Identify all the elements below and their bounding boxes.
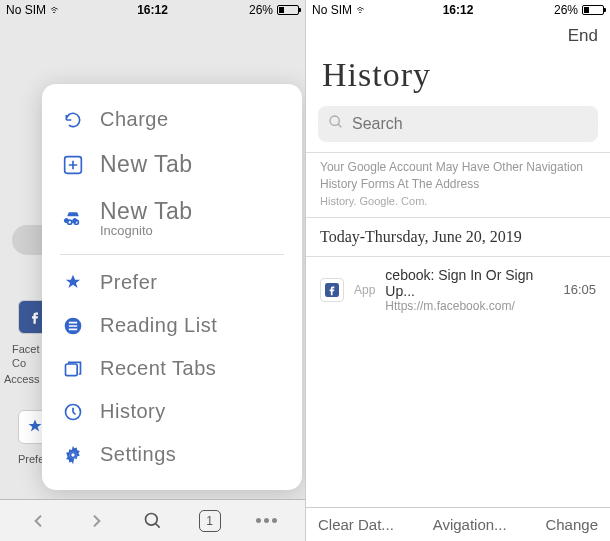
back-button[interactable]: [24, 506, 54, 536]
more-button[interactable]: [252, 506, 282, 536]
wifi-icon: ᯤ: [356, 3, 368, 17]
search-button[interactable]: [138, 506, 168, 536]
menu-item-incognito-tab[interactable]: New Tab Incognito: [42, 188, 302, 248]
history-row[interactable]: App cebook: Sign In Or Sign Up... Https:…: [306, 257, 610, 323]
forward-button[interactable]: [81, 506, 111, 536]
dots-icon: [256, 518, 277, 523]
star-icon: [62, 272, 84, 294]
search-input[interactable]: [352, 115, 588, 133]
svg-rect-4: [66, 364, 78, 376]
wifi-icon: ᯤ: [50, 3, 62, 17]
status-time: 16:12: [443, 3, 474, 17]
menu-item-reading-list[interactable]: Reading List: [42, 304, 302, 347]
menu-label: Prefer: [100, 271, 157, 294]
status-time: 16:12: [137, 3, 168, 17]
history-row-app: App: [354, 283, 375, 297]
menu-item-bookmarks[interactable]: Prefer: [42, 261, 302, 304]
clear-data-button[interactable]: Clear Dat...: [318, 516, 394, 533]
done-button[interactable]: End: [306, 20, 610, 52]
menu-label: History: [100, 400, 166, 423]
change-button[interactable]: Change: [545, 516, 598, 533]
tab-count: 1: [199, 510, 221, 532]
menu-item-recent-tabs[interactable]: Recent Tabs: [42, 347, 302, 390]
menu-item-settings[interactable]: Settings: [42, 433, 302, 476]
menu-item-reload[interactable]: Charge: [42, 98, 302, 141]
menu-item-history[interactable]: History: [42, 390, 302, 433]
menu-separator: [60, 254, 284, 255]
svg-point-7: [145, 513, 157, 525]
battery-icon: [582, 5, 604, 15]
page-title: History: [306, 52, 610, 106]
plus-icon: [62, 154, 84, 176]
battery-icon: [277, 5, 299, 15]
sync-info-link[interactable]: History. Google. Com.: [306, 195, 610, 217]
tile-label-2: Access: [4, 373, 39, 385]
history-row-time: 16:05: [563, 282, 596, 297]
left-screenshot: No SIMᯤ 16:12 26% Facet Co Access Prefe …: [0, 0, 305, 541]
battery-pct: 26%: [554, 3, 578, 17]
tile-label-1a: Facet: [12, 343, 40, 355]
search-field[interactable]: [318, 106, 598, 142]
menu-item-new-tab[interactable]: New Tab: [42, 141, 302, 188]
menu-label: Charge: [100, 108, 169, 131]
right-screenshot: No SIMᯤ 16:12 26% End History Your Googl…: [305, 0, 610, 541]
menu-label: New Tab: [100, 198, 193, 225]
menu-label: Reading List: [100, 314, 217, 337]
sync-info-text: Your Google Account May Have Other Navig…: [306, 153, 610, 195]
navigation-label: Avigation...: [433, 516, 507, 533]
overflow-menu: Charge New Tab New Tab Incognito Prefer …: [42, 84, 302, 490]
menu-sublabel: Incognito: [100, 223, 193, 238]
svg-point-1: [68, 220, 72, 224]
history-date-header: Today-Thursday, June 20, 2019: [306, 218, 610, 256]
tabs-icon: [62, 358, 84, 380]
tile-label-1b: Co: [12, 357, 26, 369]
reload-icon: [62, 109, 84, 131]
svg-point-6: [71, 452, 76, 457]
battery-pct: 26%: [249, 3, 273, 17]
list-icon: [62, 315, 84, 337]
bottom-toolbar: 1: [0, 499, 305, 541]
gear-icon: [62, 444, 84, 466]
menu-label: New Tab: [100, 151, 193, 178]
status-bar: No SIMᯤ 16:12 26%: [0, 0, 305, 20]
menu-label: Recent Tabs: [100, 357, 216, 380]
carrier-label: No SIM: [6, 3, 46, 17]
history-footer: Clear Dat... Avigation... Change: [306, 507, 610, 541]
menu-label: Settings: [100, 443, 176, 466]
search-icon: [328, 114, 344, 134]
svg-point-8: [330, 116, 339, 125]
incognito-icon: [62, 207, 84, 229]
tabs-button[interactable]: 1: [195, 506, 225, 536]
history-row-url: Https://m.facebook.com/: [385, 299, 553, 313]
tile-label-3: Prefe: [18, 453, 44, 465]
favicon-facebook: [320, 278, 344, 302]
carrier-label: No SIM: [312, 3, 352, 17]
history-icon: [62, 401, 84, 423]
status-bar: No SIMᯤ 16:12 26%: [306, 0, 610, 20]
history-row-title: cebook: Sign In Or Sign Up...: [385, 267, 553, 299]
